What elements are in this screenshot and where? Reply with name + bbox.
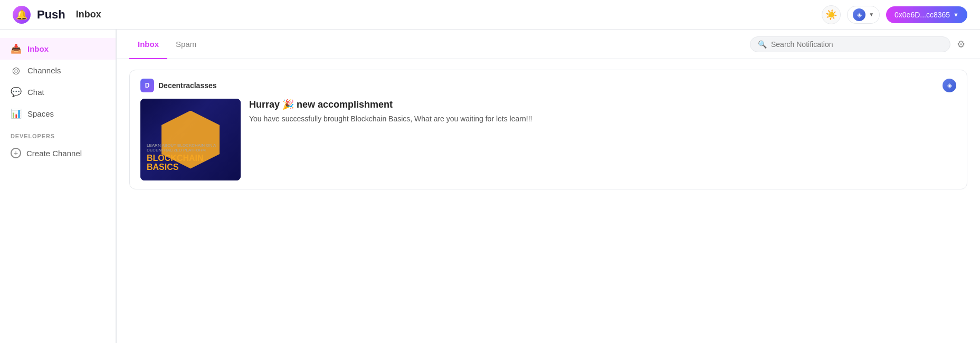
wallet-address-label: 0x0e6D...cc8365 <box>895 11 950 19</box>
developers-section-label: DEVELOPERS <box>0 125 116 142</box>
search-container: 🔍 <box>750 36 950 52</box>
channels-icon: ◎ <box>11 65 21 76</box>
logo-text: Push <box>37 8 65 22</box>
sender-name: Decentraclasses <box>158 81 217 90</box>
content-inner: Inbox Spam 🔍 ⚙ <box>116 30 980 343</box>
notification-sender: D Decentraclasses <box>140 79 217 92</box>
blockchain-title: BLOCKCHAINBASICS <box>147 154 234 172</box>
sidebar-item-channels[interactable]: ◎ Channels <box>0 60 116 81</box>
search-icon: 🔍 <box>758 40 767 49</box>
network-selector-button[interactable]: ◈ ▼ <box>847 6 880 24</box>
app-header: 🔔 Push Inbox ☀️ ◈ ▼ 0x0e6D...cc8365 ▼ <box>0 0 980 30</box>
tab-inbox[interactable]: Inbox <box>129 30 167 59</box>
network-chevron-icon: ▼ <box>869 12 874 17</box>
notification-image: LEARN ABOUT BLOCKCHAIN ON ADECENTRALIZED… <box>140 99 241 180</box>
sender-icon: D <box>140 79 154 92</box>
search-input[interactable] <box>771 40 943 49</box>
main-content: Inbox Spam 🔍 ⚙ <box>116 30 980 343</box>
notification-description: You have successfully brought Blockchain… <box>249 113 956 125</box>
sidebar-label-spaces: Spaces <box>27 109 54 118</box>
search-bar-wrap: 🔍 ⚙ <box>750 36 967 52</box>
top-bar: Inbox Spam 🔍 ⚙ <box>117 30 980 59</box>
blockchain-image-bg: LEARN ABOUT BLOCKCHAIN ON ADECENTRALIZED… <box>140 99 241 180</box>
logo-icon: 🔔 <box>13 6 31 24</box>
wallet-chevron-icon: ▼ <box>953 12 959 18</box>
notification-body: LEARN ABOUT BLOCKCHAIN ON ADECENTRALIZED… <box>140 99 956 180</box>
filter-icon: ⚙ <box>957 39 965 50</box>
sidebar-item-spaces[interactable]: 📊 Spaces <box>0 103 116 125</box>
filter-button[interactable]: ⚙ <box>955 36 967 52</box>
notifications-area: D Decentraclasses ◈ LEARN ABOUT BLOCKCHA… <box>117 59 980 208</box>
create-channel-icon: + <box>11 148 21 158</box>
tab-spam[interactable]: Spam <box>167 30 205 59</box>
sidebar-item-chat[interactable]: 💬 Chat <box>0 81 116 103</box>
page-title: Inbox <box>76 9 101 20</box>
push-network-icon: ◈ <box>943 79 956 92</box>
notification-header: D Decentraclasses ◈ <box>140 79 956 92</box>
blockchain-image-text: LEARN ABOUT BLOCKCHAIN ON ADECENTRALIZED… <box>147 143 234 172</box>
wallet-button[interactable]: 0x0e6D...cc8365 ▼ <box>886 6 967 23</box>
inbox-icon: 📥 <box>11 43 21 54</box>
app-body: 📥 Inbox ◎ Channels 💬 Chat 📊 Spaces DEVEL… <box>0 30 980 343</box>
tabs: Inbox Spam <box>129 30 205 59</box>
header-left: 🔔 Push Inbox <box>13 6 101 24</box>
sidebar-item-create-channel[interactable]: + Create Channel <box>0 142 116 164</box>
sidebar: 📥 Inbox ◎ Channels 💬 Chat 📊 Spaces DEVEL… <box>0 30 116 343</box>
notification-title: Hurray 🎉 new accomplishment <box>249 99 956 110</box>
sidebar-label-inbox: Inbox <box>27 44 49 53</box>
sidebar-label-channels: Channels <box>27 66 61 75</box>
theme-toggle-button[interactable]: ☀️ <box>822 5 841 24</box>
chat-icon: 💬 <box>11 87 21 98</box>
blockchain-subtitle: LEARN ABOUT BLOCKCHAIN ON ADECENTRALIZED… <box>147 143 234 153</box>
notification-text-area: Hurray 🎉 new accomplishment You have suc… <box>249 99 956 125</box>
sidebar-label-chat: Chat <box>27 88 44 97</box>
ethereum-icon: ◈ <box>853 8 865 21</box>
notification-card: D Decentraclasses ◈ LEARN ABOUT BLOCKCHA… <box>129 70 967 189</box>
spaces-icon: 📊 <box>11 108 21 119</box>
header-right: ☀️ ◈ ▼ 0x0e6D...cc8365 ▼ <box>822 5 967 24</box>
sidebar-item-inbox[interactable]: 📥 Inbox <box>0 38 116 60</box>
sun-icon: ☀️ <box>825 9 837 21</box>
sidebar-label-create-channel: Create Channel <box>26 149 82 158</box>
